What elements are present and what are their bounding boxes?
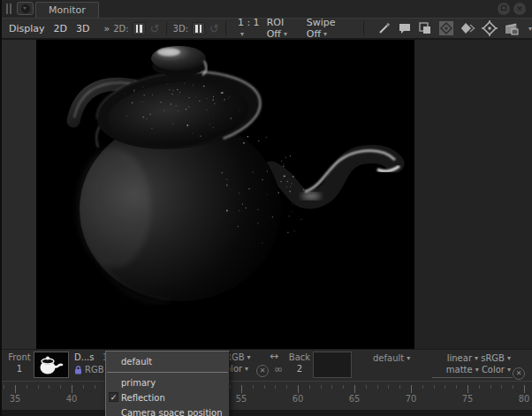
back-buffer-number: 2 [297,364,302,374]
back-thumbnail[interactable] [313,352,352,378]
toolbar-separator [363,21,364,35]
tab-monitor[interactable]: Monitor [35,2,99,18]
chevron-down-icon: ▾ [407,354,410,362]
circled-x-icon: ✕ [516,369,522,377]
ruler-tick [467,385,468,393]
back-gain-slider[interactable] [432,377,513,378]
tab-label: Monitor [49,4,86,16]
pause-2d-button[interactable] [133,22,146,35]
layer-menu: defaultprimary✓ReflectionCamera space po… [105,351,230,416]
link-buffers-icon[interactable]: ∞ [274,363,283,375]
chevron-down-icon: ▾ [245,363,248,374]
expand-chevrons-icon[interactable]: » [103,23,110,34]
menu-item-reflection[interactable]: ✓Reflection [106,390,229,405]
back-clip-select[interactable]: default▾ [373,353,410,363]
pen-tool-icon[interactable] [377,21,391,35]
ruler-label: 80 [519,394,530,404]
ruler-tick [275,385,276,389]
menu-item-label: default [121,357,152,367]
ruler-tick [309,385,310,389]
ruler-tick [4,385,4,389]
render-image[interactable] [36,40,414,349]
refresh-3d-icon[interactable]: ↺ [209,22,219,35]
chevron-down-icon: ▾ [507,352,511,364]
ruler-label: 70 [406,394,417,404]
ruler-label: 40 [66,394,78,404]
ruler-tick [343,385,344,389]
ruler-tick [422,385,423,389]
pause-3d-button[interactable] [192,22,205,35]
playback-2d-label: 2D: [113,24,128,34]
ruler-tick [331,385,332,389]
viewer-canvas[interactable] [2,38,532,349]
mode-2d-button[interactable]: 2D [54,23,67,34]
chevron-down-icon: ▾ [284,30,287,38]
lock-icon[interactable] [74,366,82,374]
menu-item-label: primary [121,378,156,388]
chevron-down-icon[interactable]: ▾ [528,25,532,33]
colorspace-select[interactable]: sRGB▾ [481,353,511,363]
ruler-tick [399,385,400,389]
clapperboard-icon[interactable] [504,21,520,35]
ruler-tick [286,385,287,389]
menu-item-primary[interactable]: primary [106,375,229,390]
speech-bubble-icon[interactable] [398,21,412,35]
zoom-ratio-dropdown[interactable]: 1 : 1▾ [238,17,262,40]
ruler-tick [445,385,445,389]
ruler-tick [15,385,16,393]
clear-back-button[interactable]: ✕ [513,367,525,380]
back-buffer-label: Back [289,352,310,362]
channel-display-select[interactable]: Color▾ [482,365,511,374]
ruler-tick [524,385,525,393]
refresh-2d-icon[interactable]: ↺ [150,22,160,35]
mode-3d-button[interactable]: 3D [76,23,89,34]
ruler-tick [513,385,513,389]
display-menu[interactable]: Display [9,23,45,34]
ruler-tick [60,385,61,389]
ruler-tick [95,385,95,389]
checkmark-icon: ✓ [109,392,118,402]
menu-item-label: Reflection [121,393,165,403]
ruler-tick [388,385,389,389]
buffer-bar: Front 1 D...s 1 RGB RGB▾ [2,349,532,381]
panel-menu-icon [21,4,30,13]
ruler-label: 60 [293,394,304,404]
ruler-tick [490,385,491,389]
toolbar-separator [166,21,167,35]
timeline-ruler[interactable]: 35404550556065707580 [2,381,532,410]
panel-grip-icon[interactable] [6,4,13,14]
chevron-down-icon: ▾ [475,364,479,375]
ruler-tick [72,385,72,393]
swipe-dropdown[interactable]: Swipe Off▾ [307,17,351,40]
compare-diamond-icon[interactable] [438,20,454,36]
close-icon: ✕ [516,4,523,13]
crosshair-diamond-icon[interactable] [482,20,498,36]
matte-select[interactable]: matte▾ [446,365,479,374]
ruler-tick [241,385,242,393]
chevron-down-icon: ▾ [323,30,327,38]
front-thumbnail[interactable] [34,352,69,378]
menu-item-camera-space-position[interactable]: Camera space position [106,405,229,416]
front-clip-name[interactable]: D...s [74,352,94,362]
close-panel-button[interactable]: ✕ [513,3,526,15]
teapot-render [36,40,414,349]
swap-buffers-icon[interactable]: ↔ [270,350,278,362]
ruler-tick [264,385,265,389]
front-locked-channels: RGB [85,365,104,374]
view-transform-select[interactable]: linear▾ [447,353,478,363]
monitor-panel: Monitor ✕ Display 2D 3D » 2D: ↺ 3D: ↺ 1 … [0,0,532,416]
toolbar-separator [225,21,226,35]
wipe-diamond-icon[interactable] [460,21,475,35]
panel-menu-button[interactable] [17,2,34,15]
clear-front-button[interactable]: ✕ [256,365,269,377]
menu-item-default[interactable]: default [106,352,229,372]
ruler-label: 65 [349,394,361,404]
tab-bar: Monitor ✕ [2,0,532,18]
roi-dropdown[interactable]: ROI Off▾ [267,17,301,40]
ruler-tick [38,385,39,389]
layers-icon[interactable] [418,21,432,35]
circled-x-icon: ✕ [260,367,266,374]
chevron-down-icon: ▾ [475,352,478,364]
chevron-down-icon: ▾ [240,30,244,38]
float-panel-button[interactable] [498,3,510,15]
